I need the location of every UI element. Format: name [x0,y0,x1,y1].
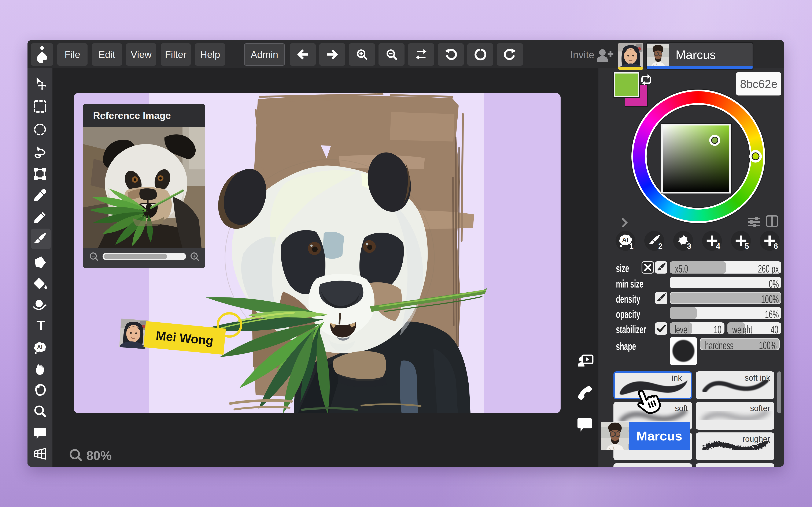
svg-text:softer: softer [750,404,770,413]
svg-text:soft: soft [675,404,688,413]
svg-text:AI: AI [37,344,43,350]
svg-text:soft ink: soft ink [745,374,770,382]
svg-text:ink: ink [672,374,682,382]
svg-text:AI: AI [622,236,628,243]
svg-text:rougher: rougher [743,435,770,443]
